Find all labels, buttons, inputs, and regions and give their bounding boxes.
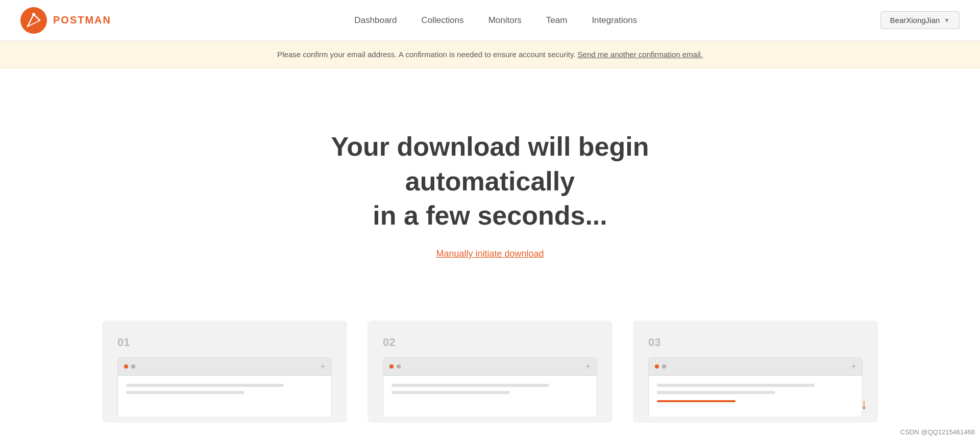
mockup-toolbar-3: + [649,358,862,376]
mockup-arrow-icon: ↓ [861,396,868,412]
hero-title: Your download will begin automatically i… [260,130,720,233]
steps-section: 01 + 02 + [0,321,980,423]
mockup-plus-icon-2: + [586,362,591,371]
nav-user-area: BearXiongJian ▼ [880,11,960,29]
confirmation-banner: Please confirm your email address. A con… [0,41,980,68]
main-content: Your download will begin automatically i… [0,68,980,423]
svg-point-4 [32,13,35,16]
mockup-body-2 [383,376,597,416]
step-mockup-1: + [117,357,332,416]
mockup-dot-gray-2 [397,364,401,369]
mockup-line-1 [126,384,284,387]
mockup-line-6 [657,391,775,394]
nav-logo-text: POSTMAN [53,14,111,26]
nav-links: Dashboard Collections Monitors Team Inte… [354,15,637,26]
mockup-dot-orange-2 [389,364,394,369]
step-number-3: 03 [648,336,863,349]
mockup-body-3 [649,376,862,416]
nav-logo-area: POSTMAN [20,7,111,34]
nav-link-monitors[interactable]: Monitors [488,15,522,26]
postman-logo-icon [20,7,47,34]
mockup-toolbar-1: + [118,358,331,376]
mockup-plus-icon-1: + [321,362,325,371]
watermark-text: CSDN @QQ1215461468 [900,428,975,436]
step-card-1: 01 + [102,321,347,423]
nav-link-dashboard[interactable]: Dashboard [354,15,397,26]
user-dropdown[interactable]: BearXiongJian ▼ [880,11,960,29]
user-name: BearXiongJian [890,16,940,24]
step-number-1: 01 [117,336,332,349]
step-mockup-3: + [648,357,863,416]
hero-title-line1: Your download will begin automatically [331,132,649,196]
nav-link-integrations[interactable]: Integrations [592,15,637,26]
mockup-body-1 [118,376,331,416]
step-card-3: 03 + ↓ [633,321,878,423]
mockup-dot-gray-1 [131,364,135,369]
resend-confirmation-link[interactable]: Send me another confirmation email. [578,50,703,59]
mockup-plus-icon-3: + [851,362,856,371]
step-mockup-2: + [383,357,597,416]
mockup-dot-gray-3 [662,364,666,369]
nav-link-team[interactable]: Team [546,15,568,26]
mockup-line-3 [391,384,549,387]
chevron-down-icon: ▼ [944,17,950,24]
mockup-dot-orange-3 [655,364,659,369]
svg-point-0 [20,7,47,34]
mockup-toolbar-2: + [383,358,597,376]
banner-text: Please confirm your email address. A con… [277,50,575,59]
navbar: POSTMAN Dashboard Collections Monitors T… [0,0,980,41]
step-number-2: 02 [383,336,597,349]
watermark: CSDN @QQ1215461468 [900,428,975,436]
mockup-line-orange [657,400,736,402]
manual-download-link[interactable]: Manually initiate download [436,249,544,259]
mockup-line-2 [126,391,244,394]
mockup-dot-orange-1 [124,364,128,369]
nav-link-collections[interactable]: Collections [421,15,463,26]
mockup-line-5 [657,384,815,387]
mockup-line-4 [391,391,510,394]
step-card-2: 02 + [368,321,612,423]
hero-title-line2: in a few seconds... [373,201,607,230]
